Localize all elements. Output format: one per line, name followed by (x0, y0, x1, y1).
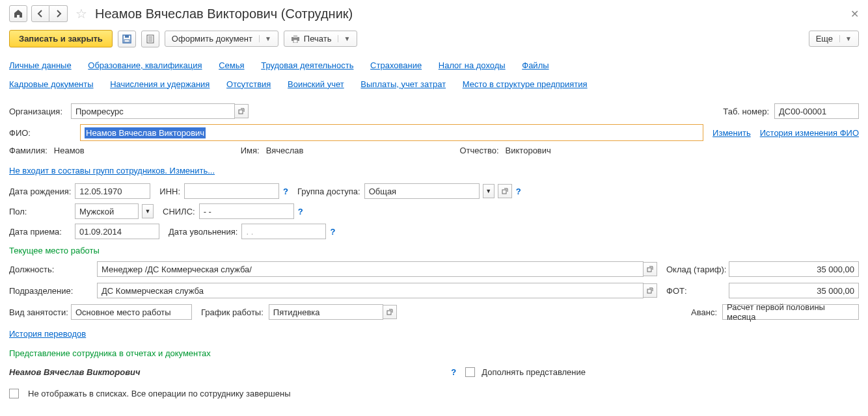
representation-value: Неамов Вячеслав Викторович (9, 367, 141, 377)
open-icon (647, 287, 653, 294)
hide-checkbox[interactable] (9, 389, 19, 398)
division-picker[interactable] (643, 283, 657, 298)
gender-input[interactable]: Мужской (75, 203, 139, 219)
open-icon (238, 108, 245, 114)
document-icon (146, 34, 155, 44)
save-button[interactable] (118, 31, 136, 47)
fire-label: Дата увольнения: (169, 227, 237, 237)
nav-structure[interactable]: Место в структуре предприятия (463, 79, 588, 89)
hide-label: Не отображать в списках. Все операции по… (28, 389, 291, 398)
salary-input[interactable]: 35 000,00 (729, 261, 859, 277)
repr-help-icon[interactable]: ? (451, 367, 456, 377)
nav-payments[interactable]: Выплаты, учет затрат (360, 79, 446, 89)
access-group-dropdown[interactable]: ▼ (483, 184, 495, 198)
forward-button[interactable] (49, 5, 68, 22)
birth-label: Дата рождения: (9, 187, 71, 196)
nav-personal[interactable]: Личные данные (9, 60, 72, 70)
back-button[interactable] (31, 5, 49, 22)
access-help-icon[interactable]: ? (516, 187, 521, 196)
print-button[interactable]: Печать ▼ (284, 31, 358, 47)
arrow-left-icon (36, 10, 44, 18)
org-input[interactable]: Промресурс (71, 103, 235, 119)
fire-input[interactable]: . . (241, 224, 326, 239)
create-document-button[interactable]: Оформить документ ▼ (165, 31, 278, 47)
position-label: Должность: (9, 265, 97, 274)
fio-change-link[interactable]: Изменить (712, 128, 751, 138)
birth-input[interactable]: 12.05.1970 (75, 183, 150, 199)
hire-label: Дата приема: (9, 227, 71, 237)
representation-title: Представление сотрудника в отчетах и док… (9, 348, 859, 358)
nav-absences[interactable]: Отсутствия (226, 79, 271, 89)
fot-input[interactable]: 35 000,00 (729, 283, 859, 298)
tabno-input[interactable]: ДС00-00001 (774, 103, 859, 119)
chevron-down-icon: ▼ (259, 35, 271, 42)
employment-input[interactable]: Основное место работы (71, 304, 192, 320)
home-button[interactable] (9, 5, 27, 22)
nav-links: Личные данные Образование, квалификация … (9, 57, 859, 94)
access-group-input[interactable]: Общая (364, 183, 480, 199)
advance-input[interactable]: Расчет первой половины месяца (722, 304, 859, 320)
position-input[interactable]: Менеджер /ДС Коммерческая служба/ (97, 261, 644, 277)
groups-link[interactable]: Не входит в составы групп сотрудников. И… (9, 166, 215, 176)
access-group-picker[interactable] (498, 184, 512, 198)
nav-tax[interactable]: Налог на доходы (439, 60, 506, 70)
inn-help-icon[interactable]: ? (283, 187, 288, 196)
surname-label: Фамилия: (9, 146, 47, 155)
snils-help-icon[interactable]: ? (298, 207, 303, 216)
chevron-down-icon: ▼ (839, 35, 852, 42)
svg-rect-2 (124, 40, 129, 42)
snils-label: СНИЛС: (163, 207, 195, 216)
extend-checkbox[interactable] (465, 367, 475, 377)
svg-rect-12 (647, 268, 651, 272)
svg-rect-9 (293, 40, 297, 43)
firstname-label: Имя: (241, 146, 260, 155)
nav-family[interactable]: Семья (219, 60, 244, 70)
printer-icon (291, 35, 300, 43)
workplace-title: Текущее место работы (9, 246, 859, 255)
patronym-value: Викторович (506, 146, 551, 155)
org-label: Организация: (9, 107, 71, 116)
svg-rect-8 (293, 35, 297, 38)
access-group-label: Группа доступа: (297, 187, 360, 196)
svg-rect-1 (125, 35, 129, 38)
gender-label: Пол: (9, 207, 71, 216)
fio-input[interactable]: Неамов Вячеслав Викторович (80, 124, 703, 141)
inn-input[interactable] (184, 183, 279, 199)
nav-files[interactable]: Файлы (522, 60, 549, 70)
position-picker[interactable] (643, 262, 657, 276)
extend-label: Дополнять представление (481, 367, 586, 377)
snils-input[interactable]: - - (199, 203, 294, 219)
transfer-history-link[interactable]: История переводов (9, 329, 86, 339)
nav-hr-docs[interactable]: Кадровые документы (9, 79, 94, 89)
salary-label: Оклад (тариф): (666, 265, 729, 274)
schedule-label: График работы: (201, 307, 264, 317)
advance-label: Аванс: (691, 307, 717, 317)
report-button[interactable] (141, 31, 159, 47)
save-close-button[interactable]: Записать и закрыть (9, 30, 113, 47)
schedule-picker[interactable] (383, 305, 397, 319)
floppy-icon (122, 34, 131, 44)
nav-insurance[interactable]: Страхование (370, 60, 422, 70)
more-button[interactable]: Еще ▼ (809, 31, 859, 47)
favorite-star-icon[interactable]: ☆ (75, 6, 87, 21)
hire-input[interactable]: 01.09.2014 (75, 224, 159, 239)
schedule-input[interactable]: Пятидневка (269, 304, 383, 320)
division-input[interactable]: ДС Коммерческая служба (97, 283, 644, 298)
nav-accruals[interactable]: Начисления и удержания (110, 79, 210, 89)
page-title: Неамов Вячеслав Викторович (Сотрудник) (95, 6, 353, 21)
fire-help-icon[interactable]: ? (330, 227, 335, 237)
close-button[interactable]: ✕ (850, 8, 859, 20)
arrow-right-icon (55, 10, 62, 18)
open-icon (647, 266, 653, 272)
open-icon (502, 188, 508, 194)
firstname-value: Вячеслав (266, 146, 304, 155)
svg-rect-11 (502, 190, 506, 194)
nav-labor[interactable]: Трудовая деятельность (261, 60, 353, 70)
gender-dropdown[interactable]: ▼ (142, 204, 154, 218)
fio-history-link[interactable]: История изменения ФИО (760, 128, 859, 138)
nav-education[interactable]: Образование, квалификация (88, 60, 202, 70)
tabno-label: Таб. номер: (723, 107, 769, 116)
nav-military[interactable]: Воинский учет (288, 79, 344, 89)
svg-rect-10 (239, 110, 243, 114)
org-picker-button[interactable] (234, 104, 249, 118)
